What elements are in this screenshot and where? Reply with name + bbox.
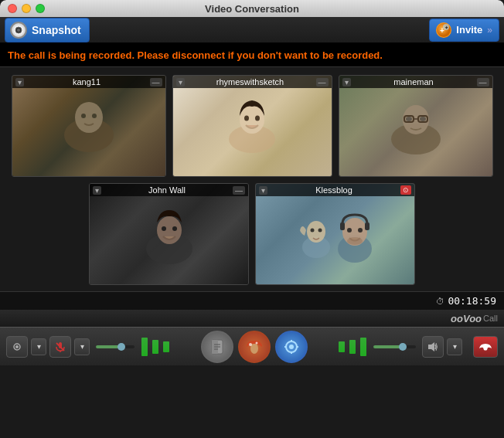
- speaker-dropdown-btn[interactable]: ▾: [447, 338, 462, 355]
- video-feed-rhymes: [173, 76, 332, 176]
- video-cell-kang11[interactable]: ▾ kang11 —: [12, 75, 166, 177]
- snapshot-label: Snapshot: [32, 24, 81, 36]
- cell-max-btn[interactable]: —: [150, 78, 162, 87]
- brand-call: Call: [483, 314, 498, 323]
- cell-rec-btn[interactable]: ⊙: [400, 185, 411, 195]
- svg-point-23: [162, 226, 166, 231]
- close-button[interactable]: [8, 4, 17, 13]
- video-feed-maineman: [339, 76, 492, 176]
- minimize-button[interactable]: [22, 4, 31, 13]
- camera-icon: [10, 22, 27, 39]
- svg-point-24: [172, 226, 177, 231]
- timer-icon: ⏱: [436, 297, 444, 306]
- spk-level-indicator-3: [339, 341, 345, 352]
- svg-point-35: [347, 237, 363, 245]
- video-cell-maineman[interactable]: ▾ maineman —: [339, 75, 493, 177]
- svg-marker-55: [428, 342, 434, 351]
- speaker-volume-slider[interactable]: [373, 345, 416, 348]
- window-title: Video Conversation: [205, 3, 299, 15]
- participant-name-rhymes: rhymeswithsketch: [185, 77, 316, 87]
- chevron-icon: »: [487, 25, 492, 36]
- svg-point-9: [92, 114, 97, 118]
- cell-min-btn[interactable]: ▾: [259, 186, 267, 195]
- spk-level-indicator: [360, 338, 366, 356]
- video-area: ▾ kang11 — ▾ rhymeswithsketch: [0, 67, 504, 291]
- title-bar: Video Conversation: [0, 0, 504, 17]
- svg-point-13: [255, 116, 260, 121]
- cell-max-btn[interactable]: —: [316, 78, 329, 87]
- top-toolbar: Snapshot + ✦ Invite »: [0, 17, 504, 43]
- right-toolbar-group: ▾: [338, 336, 498, 358]
- video-feed-klessblog: [256, 184, 414, 284]
- cell-min-btn[interactable]: ▾: [15, 78, 24, 87]
- svg-point-32: [358, 228, 363, 233]
- video-row-bottom: ▾ John Wall — ▾ Kl: [8, 183, 496, 285]
- mic-dropdown-btn[interactable]: ▾: [74, 338, 90, 355]
- svg-rect-34: [365, 222, 369, 230]
- cell-min-btn[interactable]: ▾: [342, 78, 351, 87]
- participant-name-johnwall: John Wall: [101, 185, 233, 195]
- recording-text: The call is being recorded. Please disco…: [8, 49, 383, 61]
- svg-point-11: [240, 106, 264, 134]
- svg-point-20: [420, 117, 426, 121]
- mic-level-indicator-3: [163, 341, 169, 352]
- video-header-johnwall: ▾ John Wall —: [90, 184, 248, 196]
- video-cell-klessblog[interactable]: ▾ Klessblog ⊙: [255, 183, 415, 285]
- video-header-kang11: ▾ kang11 —: [12, 76, 165, 88]
- spk-level-indicator-2: [349, 340, 356, 354]
- maximize-button[interactable]: [36, 4, 45, 13]
- svg-text:✦: ✦: [444, 25, 448, 30]
- bottom-toolbar: ▾ ▾: [0, 327, 504, 365]
- svg-rect-33: [340, 222, 345, 230]
- snapshot-button[interactable]: Snapshot: [5, 18, 90, 42]
- video-cell-rhymes[interactable]: ▾ rhymeswithsketch —: [172, 75, 332, 177]
- settings-btn[interactable]: [275, 331, 308, 363]
- svg-point-31: [347, 228, 352, 233]
- timer-bar: ⏱ 00:18:59: [0, 291, 504, 310]
- video-feed-kang11: [12, 76, 165, 176]
- video-header-maineman: ▾ maineman —: [339, 76, 492, 88]
- invite-icon: + ✦: [436, 22, 451, 38]
- cell-max-btn[interactable]: —: [477, 78, 489, 87]
- svg-point-12: [244, 116, 249, 121]
- svg-point-47: [249, 343, 252, 346]
- brand-bar: ooVoo Call: [0, 310, 504, 327]
- participant-name-kang11: kang11: [24, 77, 150, 87]
- svg-point-8: [81, 114, 86, 118]
- participant-name-klessblog: Klessblog: [267, 185, 400, 195]
- mic-mute-btn[interactable]: [49, 336, 71, 358]
- video-header-rhymes: ▾ rhymeswithsketch —: [173, 76, 332, 88]
- svg-point-19: [406, 117, 412, 121]
- video-header-klessblog: ▾ Klessblog ⊙: [256, 184, 414, 196]
- mic-level-indicator: [141, 338, 148, 356]
- svg-point-37: [15, 345, 19, 348]
- left-toolbar-group: ▾ ▾: [6, 336, 170, 358]
- cell-min-btn[interactable]: ▾: [93, 186, 101, 195]
- cell-max-btn[interactable]: —: [233, 186, 245, 195]
- speaker-btn[interactable]: [422, 336, 444, 358]
- svg-point-1: [17, 29, 20, 32]
- recording-notice: The call is being recorded. Please disco…: [0, 43, 504, 67]
- camera-toggle-btn[interactable]: [6, 336, 28, 358]
- svg-point-50: [289, 345, 294, 349]
- mic-volume-slider[interactable]: [96, 345, 135, 348]
- timer-value: 00:18:59: [448, 295, 496, 307]
- cell-min-btn[interactable]: ▾: [176, 78, 185, 87]
- video-feed-johnwall: [90, 184, 248, 284]
- video-cell-johnwall[interactable]: ▾ John Wall —: [89, 183, 249, 285]
- svg-point-7: [75, 102, 103, 133]
- invite-label: Invite: [456, 24, 482, 36]
- file-share-btn[interactable]: [201, 331, 233, 363]
- svg-point-48: [255, 341, 257, 344]
- end-call-btn[interactable]: [473, 336, 498, 358]
- traffic-lights: [8, 4, 45, 13]
- invite-button[interactable]: + ✦ Invite »: [429, 19, 499, 42]
- camera-dropdown-btn[interactable]: ▾: [31, 338, 46, 355]
- svg-point-27: [310, 229, 314, 233]
- svg-point-28: [318, 229, 322, 233]
- video-row-top: ▾ kang11 — ▾ rhymeswithsketch: [8, 75, 496, 177]
- brand-name: ooVoo: [451, 313, 482, 324]
- participant-name-maineman: maineman: [351, 77, 477, 87]
- effects-btn[interactable]: [238, 331, 271, 363]
- center-toolbar-group: [201, 331, 308, 363]
